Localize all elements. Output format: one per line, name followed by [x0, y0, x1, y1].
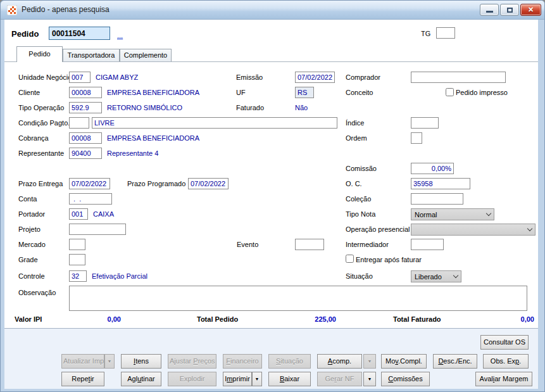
uf-label: UF — [236, 89, 246, 96]
titlebar[interactable]: Pedido - apenas pesquisa ✕ — [1, 1, 545, 20]
total-pedido-value: 225,00 — [273, 315, 336, 323]
representante-desc: Representante 4 — [107, 149, 158, 157]
situacao-button[interactable]: Situação — [268, 354, 311, 369]
explodir-button[interactable]: Explodir — [168, 372, 216, 386]
conta-input[interactable] — [69, 193, 112, 205]
controle-label: Controle — [18, 272, 45, 280]
obs-exp-button[interactable]: Obs. Exp. — [483, 354, 529, 369]
cliente-input[interactable] — [69, 87, 102, 98]
indice-input[interactable] — [411, 117, 439, 129]
entregar-apos-faturar-checkbox[interactable] — [346, 255, 354, 263]
comissao-input[interactable] — [411, 163, 454, 174]
intermediador-input[interactable] — [411, 239, 444, 250]
operacao-presencial-select[interactable] — [411, 224, 536, 236]
projeto-label: Projeto — [18, 225, 41, 233]
cobranca-label: Cobrança — [18, 134, 49, 142]
repetir-button[interactable]: Repetir — [61, 372, 104, 386]
entregar-apos-faturar-label: Entregar após faturar — [356, 256, 422, 263]
valor-ipi-value: 0,00 — [67, 315, 121, 323]
avaliar-margem-button[interactable]: Avaliar Margem — [475, 372, 532, 386]
grade-input[interactable] — [69, 254, 85, 265]
mercado-label: Mercado — [18, 241, 46, 248]
financeiro-button[interactable]: Financeiro — [223, 354, 262, 369]
cobranca-input[interactable] — [69, 132, 102, 144]
controle-input[interactable] — [69, 270, 87, 282]
itens-button[interactable]: Itens — [121, 354, 161, 369]
situacao-label: Situação — [346, 272, 373, 280]
portador-label: Portador — [18, 210, 45, 218]
chevron-down-icon — [486, 211, 491, 216]
observacao-label: Observação — [18, 289, 56, 296]
representante-label: Representante — [18, 149, 64, 157]
oc-input[interactable] — [411, 178, 470, 189]
evento-input[interactable] — [295, 239, 324, 250]
grade-label: Grade — [18, 256, 38, 263]
maximize-icon — [507, 8, 513, 13]
atualizar-imp-dropdown-icon[interactable]: ▼ — [104, 354, 115, 369]
pedido-impresso-checkbox[interactable] — [446, 88, 454, 96]
tab-complemento[interactable]: Complemento — [120, 49, 172, 61]
acomp-dropdown-icon[interactable]: ▼ — [363, 354, 376, 369]
colecao-input[interactable] — [411, 193, 463, 205]
condicao-pagto-desc-input[interactable] — [92, 117, 337, 129]
unidade-negocio-input[interactable] — [69, 72, 91, 83]
prazo-programado-input[interactable] — [188, 178, 229, 189]
ajustar-precos-button[interactable]: Ajustar Preços — [168, 354, 216, 369]
maximize-button[interactable] — [500, 4, 519, 16]
operacao-presencial-label: Operação presencial — [346, 225, 410, 233]
emissao-input[interactable] — [295, 72, 335, 83]
total-pedido-label: Total Pedido — [197, 315, 238, 323]
situacao-selected: Liberado — [415, 273, 442, 281]
evento-label: Evento — [237, 241, 258, 248]
cliente-desc: EMPRESA BENEFICIADORA — [107, 89, 199, 96]
mercado-input[interactable] — [69, 239, 85, 250]
atualizar-imp-button[interactable]: Atualizar Imp — [61, 354, 104, 369]
prazo-entrega-input[interactable] — [69, 178, 110, 189]
representante-input[interactable] — [69, 148, 102, 159]
prazo-programado-label: Prazo Programado — [127, 180, 185, 187]
pedido-window: Pedido - apenas pesquisa ✕ Pedido ... TG… — [0, 0, 545, 392]
acomp-button[interactable]: Acomp. — [317, 354, 362, 369]
close-button[interactable]: ✕ — [520, 4, 541, 16]
portador-input[interactable] — [69, 208, 88, 220]
chevron-down-icon — [527, 226, 532, 231]
consultar-os-button[interactable]: Consultar OS — [480, 335, 529, 350]
unidade-negocio-label: Unidade Negócio — [18, 73, 72, 81]
minimize-button[interactable] — [480, 4, 499, 16]
pedido-number-input[interactable] — [49, 27, 110, 40]
unidade-negocio-desc: CIGAM ABYZ — [96, 73, 138, 81]
mov-compl-button[interactable]: Mov.Compl. — [381, 354, 427, 369]
controle-desc: Efetivação Parcial — [92, 272, 147, 280]
pedido-lookup-link[interactable]: ... — [117, 32, 123, 39]
condicao-pagto-label: Condição Pagto. — [18, 119, 70, 127]
faturado-value: Não — [295, 104, 308, 111]
gerar-nf-button[interactable]: Gerar NF — [317, 372, 362, 386]
projeto-input[interactable] — [69, 224, 126, 235]
situacao-select[interactable]: Liberado — [411, 270, 461, 282]
imprimir-dropdown-icon[interactable]: ▼ — [252, 372, 262, 386]
imprimir-button[interactable]: Imprimir — [223, 372, 252, 386]
tipo-nota-select[interactable]: Normal — [411, 208, 494, 220]
tipo-operacao-input[interactable] — [69, 102, 102, 113]
condicao-pagto-code-input[interactable] — [69, 117, 89, 129]
tab-transportadora[interactable]: Transportadora — [63, 49, 120, 61]
baixar-button[interactable]: Baixar — [268, 372, 311, 386]
gerar-nf-dropdown-icon[interactable]: ▼ — [363, 372, 376, 386]
comissoes-button[interactable]: Comissões — [381, 372, 430, 386]
aglutinar-button[interactable]: Aglutinar — [121, 372, 161, 386]
observacao-textarea[interactable] — [69, 286, 527, 311]
comprador-input[interactable] — [411, 72, 506, 83]
tipo-operacao-desc: RETORNO SIMBÓLICO — [107, 104, 182, 111]
intermediador-label: Intermediador — [346, 241, 389, 248]
uf-input[interactable] — [295, 87, 314, 98]
ordem-input[interactable] — [411, 132, 422, 144]
close-icon: ✕ — [528, 6, 534, 13]
tab-pedido[interactable]: Pedido — [16, 46, 63, 62]
chevron-down-icon — [453, 273, 458, 278]
tg-label: TG — [421, 30, 430, 37]
portador-desc: CAIXA — [93, 210, 114, 218]
comissao-label: Comissão — [346, 165, 377, 172]
conceito-label: Conceito — [346, 89, 373, 96]
tg-input[interactable] — [436, 27, 455, 39]
desc-enc-button[interactable]: Desc./Enc. — [433, 354, 477, 369]
